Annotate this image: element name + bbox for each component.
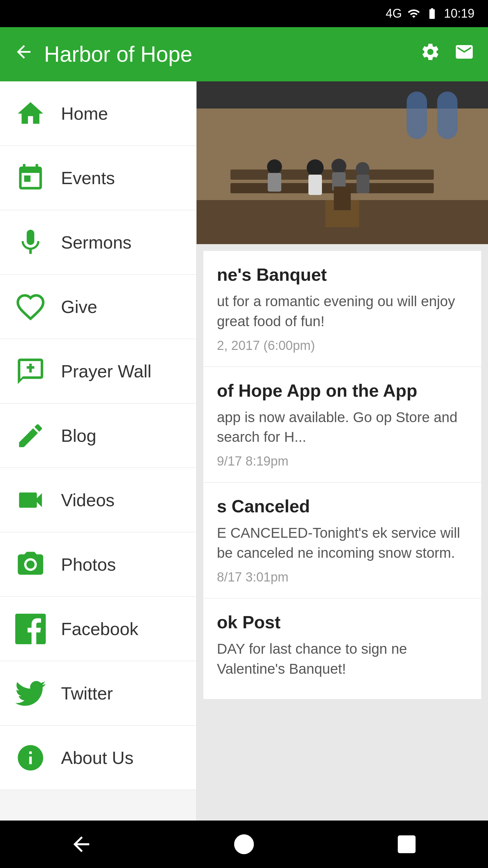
card-app-title: of Hope App on the App bbox=[217, 380, 468, 401]
svg-point-2 bbox=[26, 560, 35, 569]
nav-home-button[interactable] bbox=[230, 831, 258, 858]
svg-rect-21 bbox=[398, 835, 416, 853]
card-banquet-date: 2, 2017 (6:00pm) bbox=[217, 338, 468, 353]
photos-label: Photos bbox=[61, 554, 116, 575]
sidebar-item-blog[interactable]: Blog bbox=[0, 403, 196, 468]
card-bookpost: ok Post DAY for last chance to sign ne V… bbox=[203, 598, 481, 700]
svg-point-10 bbox=[307, 159, 324, 176]
sidebar-item-events[interactable]: Events bbox=[0, 146, 196, 210]
status-icons: 4G 10:19 bbox=[386, 6, 474, 21]
video-icon bbox=[14, 483, 47, 517]
hero-image bbox=[197, 81, 488, 244]
signal-icon bbox=[407, 7, 420, 20]
card-banquet-body: ut for a romantic evening ou will enjoy … bbox=[217, 292, 468, 332]
twitter-label: Twitter bbox=[61, 683, 113, 704]
sidebar-item-prayer-wall[interactable]: Prayer Wall bbox=[0, 339, 196, 403]
twitter-icon bbox=[14, 676, 47, 710]
bottom-navigation-bar bbox=[0, 821, 488, 868]
calendar-icon bbox=[14, 161, 47, 195]
content-area: ne's Banquet ut for a romantic evening o… bbox=[197, 81, 488, 821]
facebook-label: Facebook bbox=[61, 619, 138, 639]
card-canceled-body: E CANCELED-Tonight's ek service will be … bbox=[217, 523, 468, 563]
message-button[interactable] bbox=[454, 42, 474, 67]
facebook-icon bbox=[14, 612, 47, 646]
sidebar-item-give[interactable]: Give bbox=[0, 275, 196, 339]
svg-rect-17 bbox=[268, 173, 281, 192]
about-us-label: About Us bbox=[61, 748, 134, 768]
microphone-icon bbox=[14, 225, 47, 259]
card-bookpost-body: DAY for last chance to sign ne Valentine… bbox=[217, 639, 468, 679]
card-canceled: s Canceled E CANCELED-Tonight's ek servi… bbox=[203, 482, 481, 598]
status-bar: 4G 10:19 bbox=[0, 0, 488, 27]
card-canceled-title: s Canceled bbox=[217, 496, 468, 516]
card-bookpost-title: ok Post bbox=[217, 612, 468, 632]
svg-rect-11 bbox=[308, 175, 322, 195]
sidebar-item-home[interactable]: Home bbox=[0, 81, 196, 146]
svg-rect-6 bbox=[437, 92, 458, 139]
time-display: 10:19 bbox=[444, 6, 474, 21]
sidebar-item-facebook[interactable]: Facebook bbox=[0, 597, 196, 661]
sidebar-item-photos[interactable]: Photos bbox=[0, 532, 196, 597]
navigation-drawer: Home Events Sermons bbox=[0, 81, 197, 821]
back-button[interactable] bbox=[14, 42, 34, 67]
svg-rect-19 bbox=[334, 186, 351, 210]
app-title: Harbor of Hope bbox=[44, 42, 420, 67]
card-canceled-date: 8/17 3:01pm bbox=[217, 570, 468, 585]
svg-point-12 bbox=[331, 159, 346, 174]
svg-rect-5 bbox=[407, 92, 427, 139]
nav-back-button[interactable] bbox=[68, 831, 95, 858]
sidebar-item-about-us[interactable]: About Us bbox=[0, 726, 196, 790]
app-bar-actions bbox=[420, 42, 474, 67]
events-label: Events bbox=[61, 168, 115, 188]
settings-button[interactable] bbox=[420, 42, 441, 67]
edit-icon bbox=[14, 419, 47, 453]
church-interior-svg bbox=[197, 81, 488, 244]
card-app-body: app is now available. Go op Store and se… bbox=[217, 408, 468, 448]
content-cards: ne's Banquet ut for a romantic evening o… bbox=[197, 244, 488, 706]
battery-icon bbox=[426, 7, 439, 20]
sidebar-item-videos[interactable]: Videos bbox=[0, 468, 196, 532]
prayer-wall-label: Prayer Wall bbox=[61, 361, 151, 381]
info-icon bbox=[14, 741, 47, 775]
heart-icon bbox=[14, 290, 47, 324]
svg-point-14 bbox=[356, 162, 369, 176]
home-icon bbox=[14, 97, 47, 131]
card-app-date: 9/17 8:19pm bbox=[217, 454, 468, 469]
card-banquet-title: ne's Banquet bbox=[217, 264, 468, 285]
svg-point-20 bbox=[234, 834, 254, 854]
sermons-label: Sermons bbox=[61, 232, 131, 253]
svg-rect-15 bbox=[357, 175, 369, 193]
sidebar-item-twitter[interactable]: Twitter bbox=[0, 661, 196, 726]
svg-point-16 bbox=[267, 159, 282, 174]
app-bar: Harbor of Hope bbox=[0, 27, 488, 81]
card-banquet: ne's Banquet ut for a romantic evening o… bbox=[203, 251, 481, 367]
card-app: of Hope App on the App app is now availa… bbox=[203, 367, 481, 483]
main-layout: Home Events Sermons bbox=[0, 81, 488, 821]
network-indicator: 4G bbox=[386, 6, 402, 21]
give-label: Give bbox=[61, 297, 97, 317]
home-label: Home bbox=[61, 103, 108, 124]
camera-icon bbox=[14, 548, 47, 581]
videos-label: Videos bbox=[61, 490, 115, 510]
nav-recent-button[interactable] bbox=[393, 831, 420, 858]
blog-label: Blog bbox=[61, 426, 96, 446]
sidebar-item-sermons[interactable]: Sermons bbox=[0, 210, 196, 275]
prayer-icon bbox=[14, 354, 47, 388]
